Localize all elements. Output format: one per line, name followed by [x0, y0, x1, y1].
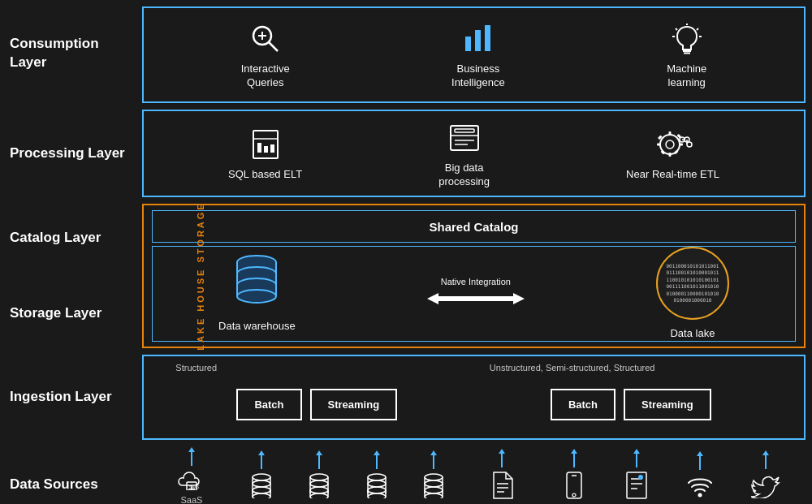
ingestion-right-boxes: Batch Streaming	[551, 377, 711, 432]
svg-point-36	[687, 142, 692, 147]
machine-learning-label: Machine learning	[667, 62, 706, 90]
oltp-arrow	[261, 454, 262, 469]
web-doc-icon	[624, 471, 649, 503]
etl-gear-icon	[654, 125, 693, 164]
processing-layer-label: Processing Layer	[0, 106, 142, 200]
ingestion-structured-title: Structured	[175, 363, 458, 373]
wifi-icon	[685, 473, 715, 501]
svg-point-55	[253, 474, 270, 480]
svg-rect-17	[264, 146, 268, 153]
svg-point-79	[425, 474, 443, 480]
bar-chart-icon	[459, 19, 498, 58]
file-icon	[490, 471, 514, 503]
crm-icon	[365, 472, 388, 502]
realtime-etl-item: Near Real-time ETL	[626, 125, 719, 182]
ingestion-layer-label: Ingestion Layer	[0, 351, 142, 443]
database-chart-icon	[246, 125, 285, 164]
svg-rect-18	[270, 144, 274, 153]
sensors-arrow	[699, 455, 701, 470]
search-magnify-icon	[246, 19, 285, 58]
svg-rect-93	[627, 472, 646, 498]
data-sources-label: Data Sources	[0, 443, 142, 504]
sensors-item: Sensors	[684, 455, 716, 504]
interactive-queries-label: Interactive Queries	[241, 62, 290, 90]
data-lake-item: 0011000101010110010111001010100010111100…	[656, 247, 729, 341]
svg-point-59	[253, 487, 270, 493]
ingestion-structured-group: Structured Batch Streaming	[175, 363, 458, 432]
social-item: Social	[751, 454, 780, 504]
svg-line-1	[269, 42, 278, 51]
catalog-layer-label: Catalog Layer	[10, 200, 132, 276]
saas-item: SaaS SaaSApplications	[167, 451, 215, 504]
svg-point-74	[368, 480, 386, 487]
ingestion-streaming-right: Streaming	[624, 389, 711, 420]
big-data-item: Big data processing	[438, 118, 490, 189]
svg-rect-32	[660, 150, 665, 155]
ingestion-left-boxes: Batch Streaming	[236, 377, 397, 432]
native-integration-label: Native Integration	[441, 277, 511, 286]
processing-layer-content: SQL based ELT Big data processing	[142, 110, 806, 197]
lob-item: LOB	[422, 454, 445, 504]
svg-line-11	[697, 28, 698, 30]
svg-rect-28	[657, 144, 661, 146]
lakehouse-content: LAKE HOUSE STORAGE Shared Catalog	[142, 204, 806, 348]
data-warehouse-item: Data warehouse	[218, 254, 296, 334]
saas-label: SaaSApplications	[167, 495, 215, 504]
lakehouse-labels: Catalog Layer Storage Layer	[0, 200, 142, 351]
svg-point-71	[368, 474, 386, 480]
diagram: Consumption Layer Interactive Queries	[0, 0, 812, 504]
svg-text:SaaS: SaaS	[189, 485, 200, 489]
ingestion-batch-left: Batch	[236, 389, 301, 420]
svg-point-66	[310, 480, 328, 487]
fileshares-item: File shares	[480, 453, 524, 504]
double-arrow-icon	[427, 290, 525, 311]
ingestion-batch-right: Batch	[551, 389, 615, 420]
fileshares-arrow	[501, 453, 503, 467]
data-sources-content: SaaS SaaSApplications OLTP	[142, 445, 806, 504]
svg-marker-48	[427, 293, 438, 304]
crm-item: CRM	[365, 454, 388, 504]
svg-rect-5	[475, 30, 481, 51]
svg-rect-90	[567, 472, 581, 498]
erp-icon	[308, 472, 330, 502]
svg-point-67	[310, 487, 328, 493]
ingestion-streaming-left: Streaming	[310, 389, 398, 420]
catalog-inner-box: Shared Catalog	[152, 210, 796, 243]
svg-rect-26	[668, 131, 671, 136]
ingestion-unstructured-group: Unstructured, Semi-structured, Structure…	[490, 363, 772, 432]
svg-rect-21	[455, 129, 474, 132]
svg-rect-27	[668, 153, 671, 157]
svg-rect-50	[438, 296, 513, 301]
lob-arrow	[433, 454, 434, 469]
sql-elt-label: SQL based ELT	[228, 168, 302, 182]
big-data-label: Big data processing	[438, 162, 490, 189]
consumption-layer-content: Interactive Queries Business Intelligenc…	[142, 6, 806, 103]
catalog-title: Shared Catalog	[429, 220, 518, 234]
sql-elt-item: SQL based ELT	[228, 125, 302, 182]
devices-item: Devices	[558, 453, 590, 504]
svg-rect-4	[465, 37, 471, 51]
lob-icon	[422, 472, 445, 502]
svg-point-86	[425, 493, 443, 498]
data-lake-label: Data lake	[670, 327, 715, 341]
lakehouse-vertical-label: LAKE HOUSE STORAGE	[196, 201, 205, 350]
data-warehouse-label: Data warehouse	[218, 320, 296, 334]
oltp-item: OLTP	[250, 454, 273, 504]
svg-point-25	[666, 140, 674, 149]
svg-rect-29	[679, 144, 683, 146]
business-intelligence-item: Business Intelligence	[451, 19, 505, 90]
interactive-queries-item: Interactive Queries	[241, 19, 290, 90]
svg-point-70	[310, 493, 328, 498]
svg-point-98	[698, 493, 702, 497]
realtime-etl-label: Near Real-time ETL	[626, 168, 719, 182]
bird-icon	[751, 472, 780, 502]
machine-learning-item: Machine learning	[667, 19, 706, 90]
svg-point-75	[368, 487, 386, 493]
native-integration-area: Native Integration	[427, 277, 525, 311]
oltp-icon	[250, 472, 273, 502]
erp-item: ERP	[308, 454, 330, 504]
crm-arrow	[376, 454, 378, 469]
svg-rect-6	[485, 25, 490, 51]
storage-layer-label: Storage Layer	[10, 276, 132, 351]
web-item: Web	[624, 453, 649, 504]
